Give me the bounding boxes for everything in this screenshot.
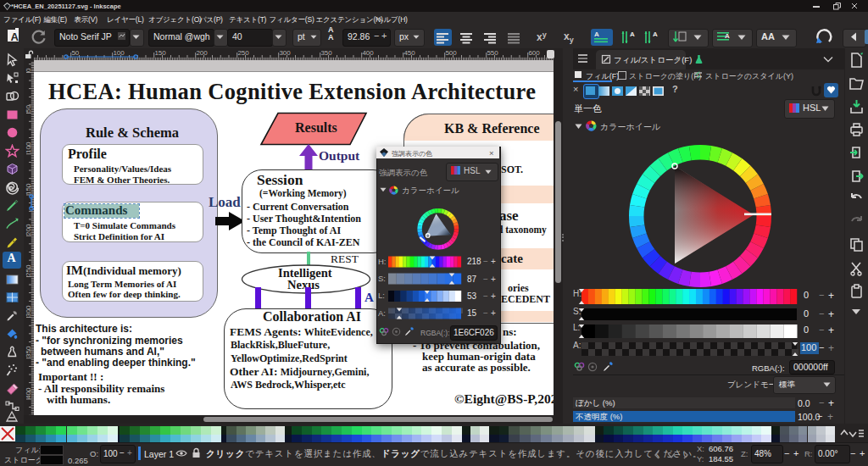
svg-text:A: A xyxy=(725,32,730,40)
svg-text:A: A xyxy=(653,31,658,38)
svg-text:A: A xyxy=(11,31,19,43)
svg-text:A: A xyxy=(630,31,635,38)
svg-text:A: A xyxy=(594,31,599,38)
